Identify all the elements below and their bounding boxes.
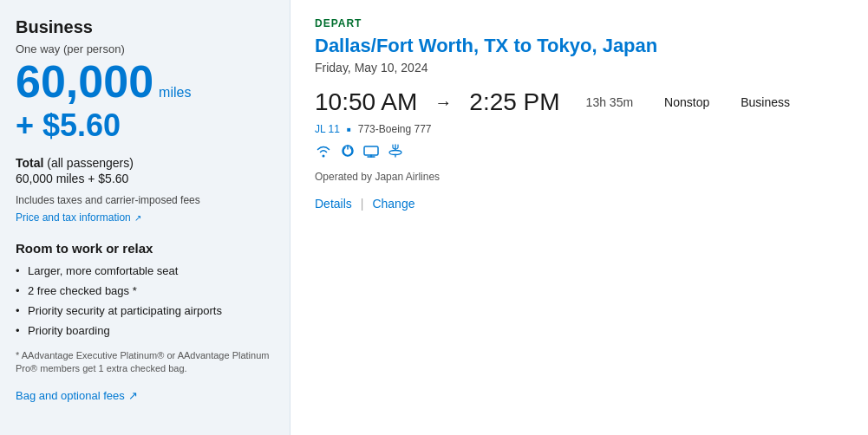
room-heading: Room to work or relax <box>16 241 274 256</box>
flight-duration: 13h 35m <box>586 95 633 109</box>
flight-times-row: 10:50 AM → 2:25 PM 13h 35m Nonstop Busin… <box>315 88 844 116</box>
operated-by: Operated by Japan Airlines <box>315 171 844 183</box>
actions-row: Details | Change <box>315 197 844 211</box>
svg-rect-2 <box>364 146 378 155</box>
entertainment-icon <box>363 144 379 162</box>
route-title: Dallas/Fort Worth, TX to Tokyo, Japan <box>315 35 844 57</box>
bag-fees-link[interactable]: Bag and optional fees ↗ <box>16 389 138 402</box>
cabin-label: Business <box>741 95 790 109</box>
arrow-icon: → <box>434 93 452 113</box>
flight-number: JL 11 <box>315 123 340 135</box>
per-person-label: One way (per person) <box>16 42 274 55</box>
amenities-row <box>315 144 844 162</box>
total-passengers: (all passengers) <box>47 156 134 170</box>
flight-info-row: JL 11 ■ 773-Boeing 777 <box>315 123 844 135</box>
dot-separator: ■ <box>347 126 351 133</box>
miles-label: miles <box>159 85 191 101</box>
nonstop-label: Nonstop <box>664 95 709 109</box>
miles-row: 60,000 miles <box>16 59 274 104</box>
external-link-icon: ↗ <box>134 213 141 223</box>
arrival-time: 2:25 PM <box>469 88 559 116</box>
change-link[interactable]: Change <box>372 197 414 211</box>
wifi-icon <box>315 144 332 162</box>
power-icon <box>341 144 355 162</box>
right-panel: DEPART Dallas/Fort Worth, TX to Tokyo, J… <box>290 0 868 435</box>
departure-time: 10:50 AM <box>315 88 417 116</box>
meal-icon <box>388 144 403 162</box>
total-row: Total (all passengers) <box>16 156 274 170</box>
total-label: Total <box>16 156 43 170</box>
external-link-icon: ↗ <box>128 389 138 402</box>
benefit-item: Larger, more comfortable seat <box>16 264 274 277</box>
price-tax-link-label: Price and tax information <box>16 211 131 224</box>
miles-number: 60,000 <box>16 59 153 104</box>
svg-point-5 <box>389 151 401 155</box>
action-separator: | <box>361 197 364 211</box>
plus-fee: + $5.60 <box>16 107 274 144</box>
flight-date: Friday, May 10, 2024 <box>315 61 844 75</box>
benefit-item: Priority security at participating airpo… <box>16 304 274 317</box>
cabin-class-heading: Business <box>16 17 274 37</box>
total-amount: 60,000 miles + $5.60 <box>16 172 274 185</box>
benefit-item: Priority boarding <box>16 324 274 337</box>
aircraft-type: 773-Boeing 777 <box>358 123 432 135</box>
details-link[interactable]: Details <box>315 197 352 211</box>
depart-label: DEPART <box>315 17 844 29</box>
left-panel: Business One way (per person) 60,000 mil… <box>0 0 290 435</box>
benefit-item: 2 free checked bags * <box>16 284 274 297</box>
bag-fees-label: Bag and optional fees <box>16 389 125 402</box>
price-tax-link[interactable]: Price and tax information ↗ <box>16 211 141 224</box>
benefits-list: Larger, more comfortable seat 2 free che… <box>16 264 274 337</box>
includes-taxes: Includes taxes and carrier-imposed fees <box>16 194 274 206</box>
footnote: * AAdvantage Executive Platinum® or AAdv… <box>16 349 274 376</box>
